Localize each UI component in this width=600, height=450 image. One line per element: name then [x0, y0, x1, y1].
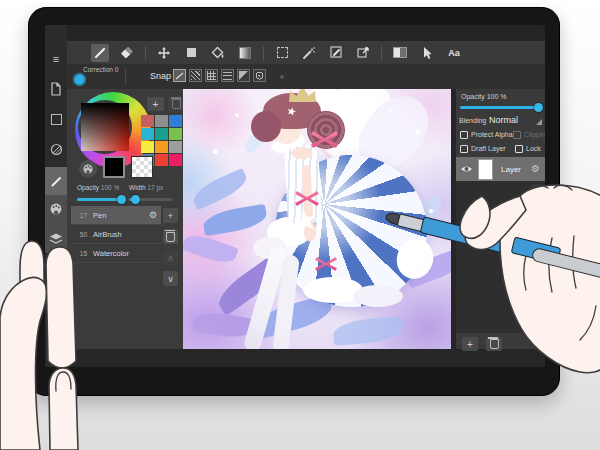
toolbar-divider — [263, 46, 264, 60]
top-toolbar: Aa — [67, 41, 545, 64]
snap-extra-dot — [280, 75, 284, 79]
illustration-scene: ≡ — [0, 0, 600, 450]
blending-dropdown-triangle[interactable] — [536, 119, 542, 125]
snap-vanishing-icon — [239, 71, 248, 80]
cursor-tool-button[interactable] — [418, 44, 436, 62]
transparent-color-swatch[interactable] — [131, 156, 153, 178]
color-swatch[interactable] — [141, 141, 154, 153]
marquee-icon — [277, 47, 288, 58]
pen-icon — [93, 46, 107, 60]
brush-settings-gear-icon[interactable]: ⚙ — [149, 210, 157, 220]
snap-vanishing-button[interactable] — [237, 69, 250, 82]
sidebar-item-palette[interactable] — [45, 195, 67, 223]
palette-mode-button[interactable] — [79, 160, 97, 178]
text-tool-button[interactable]: Aa — [445, 44, 463, 62]
color-swatch[interactable] — [155, 154, 168, 166]
shape-icon — [187, 48, 196, 57]
foreground-color-swatch[interactable] — [103, 156, 125, 178]
select-move-icon — [357, 46, 370, 59]
layer-settings-gear-icon[interactable]: ⚙ — [531, 164, 540, 174]
color-swatch[interactable] — [169, 141, 182, 153]
correction-knob[interactable] — [73, 73, 86, 86]
pen-tool-button[interactable] — [91, 44, 109, 62]
layer-row[interactable]: Layer ⚙ — [456, 157, 545, 181]
snap-label: Snap — [150, 71, 171, 81]
toolbar-divider — [381, 46, 382, 60]
snap-radial-button[interactable] — [253, 69, 266, 82]
gradient-icon — [239, 47, 251, 59]
palette-icon — [49, 202, 63, 216]
brush-opacity-label: Opacity 100 % — [77, 184, 119, 191]
snap-off-button[interactable] — [173, 69, 186, 82]
snap-radial-icon — [255, 71, 264, 80]
marquee-select-button[interactable] — [273, 44, 291, 62]
draft-layer-label: Draft Layer — [471, 145, 506, 152]
shape-tool-button[interactable] — [182, 44, 200, 62]
snap-off-icon — [175, 71, 184, 80]
brush-opacity-slider[interactable] — [77, 198, 123, 201]
move-brush-down-button[interactable]: ∨ — [163, 271, 178, 286]
color-swatch[interactable] — [155, 141, 168, 153]
snap-hatch-button[interactable] — [189, 69, 202, 82]
circle-slash-icon — [50, 143, 63, 156]
select-rect-icon — [51, 114, 62, 125]
lock-label: Lock — [526, 145, 541, 152]
sidebar-item-brush[interactable] — [45, 167, 67, 195]
snap-lines-button[interactable] — [221, 69, 234, 82]
snap-grid-button[interactable] — [205, 69, 218, 82]
add-swatch-button[interactable]: + — [147, 97, 164, 111]
color-swatch[interactable] — [155, 115, 168, 127]
select-move-button[interactable] — [354, 44, 372, 62]
eraser-icon — [121, 46, 133, 58]
magic-wand-button[interactable] — [300, 44, 318, 62]
brush-width-slider[interactable] — [129, 198, 173, 201]
snap-mode-group — [173, 69, 266, 82]
menu-icon[interactable]: ≡ — [45, 47, 67, 71]
gradient-tool-button[interactable] — [236, 44, 254, 62]
new-file-icon[interactable] — [45, 77, 67, 101]
brush-width-slider-knob[interactable] — [131, 195, 140, 204]
select-pen-button[interactable] — [327, 44, 345, 62]
split-view-button[interactable] — [391, 44, 409, 62]
color-swatch[interactable] — [169, 154, 182, 166]
delete-brush-button[interactable] — [163, 229, 178, 244]
move-tool-button[interactable] — [155, 44, 173, 62]
cursor-icon — [421, 46, 433, 60]
eye-icon[interactable] — [460, 164, 473, 174]
blending-select[interactable]: Normal — [489, 115, 518, 125]
select-tool-sidebar-icon[interactable] — [45, 107, 67, 131]
snap-hatch-icon — [191, 71, 200, 80]
clipping-checkbox[interactable] — [513, 131, 521, 139]
color-swatch[interactable] — [141, 115, 154, 127]
options-divider — [125, 68, 126, 85]
options-bar: Correction 0 Snap — [67, 64, 545, 89]
layer-opacity-slider[interactable] — [460, 106, 542, 109]
file-icon — [50, 82, 62, 96]
eraser-tool-button[interactable] — [118, 44, 136, 62]
thumb — [46, 247, 76, 368]
color-swatch[interactable] — [169, 115, 182, 127]
index-finger — [49, 368, 78, 450]
color-swatch[interactable] — [141, 128, 154, 140]
brush-list-item[interactable]: 17 Pen ⚙ — [71, 206, 161, 225]
brush-width-label: Width 17 px — [129, 184, 163, 191]
protect-alpha-checkbox[interactable] — [460, 131, 468, 139]
color-swatch[interactable] — [169, 128, 182, 140]
trash-icon — [172, 99, 181, 109]
add-brush-button[interactable]: + — [163, 208, 178, 223]
draft-layer-checkbox[interactable] — [460, 145, 468, 153]
toolbar-divider — [145, 46, 146, 60]
saturation-value-picker[interactable] — [81, 103, 129, 151]
color-swatch[interactable] — [155, 128, 168, 140]
deselect-icon[interactable] — [45, 137, 67, 161]
move-icon — [157, 46, 171, 60]
fill-tool-button[interactable] — [209, 44, 227, 62]
brush-list-actions: + ∧ ∨ — [163, 208, 178, 292]
protect-alpha-label: Protect Alpha — [471, 131, 513, 138]
select-pen-icon — [330, 46, 343, 59]
brush-opacity-slider-knob[interactable] — [117, 195, 126, 204]
lock-checkbox[interactable] — [515, 145, 523, 153]
layer-opacity-slider-knob[interactable] — [534, 103, 543, 112]
move-brush-up-button[interactable]: ∧ — [163, 250, 178, 265]
layer-thumbnail — [478, 159, 493, 180]
